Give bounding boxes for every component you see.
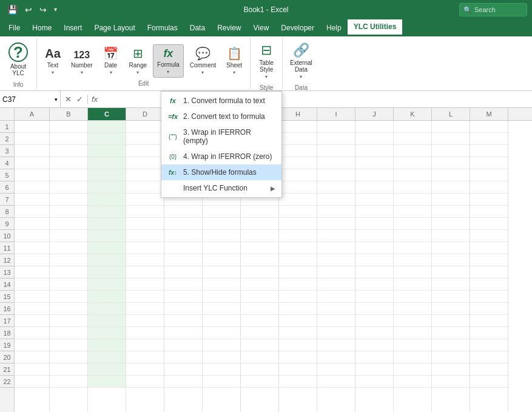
cell-K14[interactable] — [394, 279, 431, 291]
cell-F12[interactable] — [203, 254, 240, 266]
menu-item-wrap-iferr-zero[interactable]: (0) 4. Wrap in IFERROR (zero) — [161, 149, 281, 164]
cell-I4[interactable] — [317, 157, 355, 169]
cell-L4[interactable] — [432, 157, 470, 169]
cell-K12[interactable] — [394, 254, 431, 266]
cell-J3[interactable] — [355, 145, 393, 157]
cell-C19[interactable] — [88, 339, 126, 351]
cell-D8[interactable] — [126, 206, 164, 218]
cell-A18[interactable] — [15, 327, 49, 339]
cell-D14[interactable] — [126, 279, 164, 291]
cell-D19[interactable] — [126, 339, 164, 351]
row-num-13[interactable]: 13 — [0, 266, 14, 279]
cell-I19[interactable] — [317, 339, 355, 351]
row-num-21[interactable]: 21 — [0, 363, 14, 376]
cell-C17[interactable] — [88, 315, 126, 327]
menu-item-convert-text-formula[interactable]: =fx 2. Convert text to formula — [161, 109, 281, 124]
row-num-5[interactable]: 5 — [0, 169, 14, 181]
cell-L22[interactable] — [432, 376, 470, 388]
cell-I11[interactable] — [317, 242, 355, 254]
tab-ylc-utilities[interactable]: YLC Utilities — [348, 19, 403, 36]
cell-G20[interactable] — [241, 351, 278, 363]
cell-C5[interactable] — [88, 169, 126, 181]
cell-I6[interactable] — [317, 181, 355, 194]
cell-B13[interactable] — [50, 266, 87, 279]
row-num-14[interactable]: 14 — [0, 279, 14, 291]
cell-M14[interactable] — [470, 279, 508, 291]
comment-button[interactable]: 💬 Comment ▾ — [186, 44, 220, 78]
cell-B8[interactable] — [50, 206, 87, 218]
cell-I3[interactable] — [317, 145, 355, 157]
cell-K19[interactable] — [394, 339, 431, 351]
cell-I20[interactable] — [317, 351, 355, 363]
cell-H22[interactable] — [279, 376, 317, 388]
cell-L19[interactable] — [432, 339, 470, 351]
cell-K13[interactable] — [394, 266, 431, 279]
cell-H7[interactable] — [279, 194, 317, 206]
cell-L10[interactable] — [432, 230, 470, 242]
cell-K1[interactable] — [394, 121, 431, 133]
cell-M6[interactable] — [470, 181, 508, 194]
cell-C20[interactable] — [88, 351, 126, 363]
cell-B19[interactable] — [50, 339, 87, 351]
cell-F13[interactable] — [203, 266, 240, 279]
cell-H11[interactable] — [279, 242, 317, 254]
cell-K17[interactable] — [394, 315, 431, 327]
cell-I2[interactable] — [317, 133, 355, 145]
tab-review[interactable]: Review — [211, 19, 247, 36]
cell-M2[interactable] — [470, 133, 508, 145]
cell-A20[interactable] — [15, 351, 49, 363]
cell-B3[interactable] — [50, 145, 87, 157]
cell-D21[interactable] — [126, 363, 164, 376]
cell-G10[interactable] — [241, 230, 278, 242]
cell-G12[interactable] — [241, 254, 278, 266]
cell-L21[interactable] — [432, 363, 470, 376]
cell-D18[interactable] — [126, 327, 164, 339]
row-num-19[interactable]: 19 — [0, 339, 14, 351]
cell-D9[interactable] — [126, 218, 164, 230]
cell-L5[interactable] — [432, 169, 470, 181]
cell-L8[interactable] — [432, 206, 470, 218]
tab-page-layout[interactable]: Page Layout — [88, 19, 141, 36]
cell-D10[interactable] — [126, 230, 164, 242]
cell-A19[interactable] — [15, 339, 49, 351]
cell-F20[interactable] — [203, 351, 240, 363]
qat-dropdown-button[interactable]: ▾ — [52, 5, 59, 14]
cell-B4[interactable] — [50, 157, 87, 169]
cell-A5[interactable] — [15, 169, 49, 181]
cell-A2[interactable] — [15, 133, 49, 145]
menu-item-convert-formula-text[interactable]: fx 1. Convert formula to text — [161, 93, 281, 109]
cell-J4[interactable] — [355, 157, 393, 169]
col-header-m[interactable]: M — [470, 108, 508, 120]
cell-H10[interactable] — [279, 230, 317, 242]
cell-J6[interactable] — [355, 181, 393, 194]
cell-J7[interactable] — [355, 194, 393, 206]
cell-J2[interactable] — [355, 133, 393, 145]
cell-F15[interactable] — [203, 291, 240, 303]
about-ylc-button[interactable]: ? AboutYLC — [4, 40, 33, 79]
cell-H16[interactable] — [279, 303, 317, 315]
cell-K21[interactable] — [394, 363, 431, 376]
cell-A16[interactable] — [15, 303, 49, 315]
cell-A14[interactable] — [15, 279, 49, 291]
cell-G22[interactable] — [241, 376, 278, 388]
cell-K4[interactable] — [394, 157, 431, 169]
cell-I9[interactable] — [317, 218, 355, 230]
cell-M7[interactable] — [470, 194, 508, 206]
cell-J8[interactable] — [355, 206, 393, 218]
cell-M19[interactable] — [470, 339, 508, 351]
row-num-7[interactable]: 7 — [0, 194, 14, 206]
cell-D5[interactable] — [126, 169, 164, 181]
cell-M11[interactable] — [470, 242, 508, 254]
cell-H12[interactable] — [279, 254, 317, 266]
confirm-formula-button[interactable]: ✓ — [75, 95, 85, 104]
cell-H15[interactable] — [279, 291, 317, 303]
row-num-16[interactable]: 16 — [0, 303, 14, 315]
cell-J10[interactable] — [355, 230, 393, 242]
cell-F8[interactable] — [203, 206, 240, 218]
cell-H9[interactable] — [279, 218, 317, 230]
cell-D17[interactable] — [126, 315, 164, 327]
number-button[interactable]: 123 Number ▾ — [67, 47, 96, 78]
tab-view[interactable]: View — [247, 19, 275, 36]
cell-I22[interactable] — [317, 376, 355, 388]
cell-K18[interactable] — [394, 327, 431, 339]
